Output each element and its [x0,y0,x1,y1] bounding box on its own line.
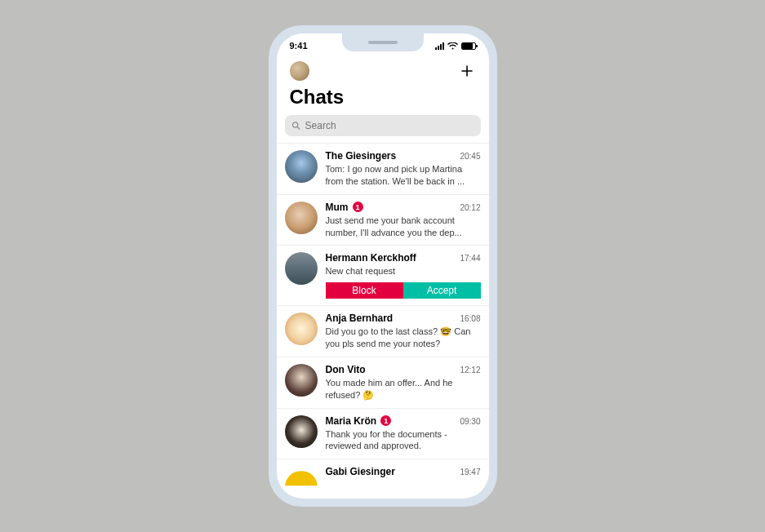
screen: 9:41 Chats The Giesingers20:45Tom: I go … [277,33,489,499]
signal-icon [435,42,444,50]
chat-body: Maria Krön109:30Thank you for the docume… [326,415,481,453]
chat-time: 09:30 [460,417,480,426]
new-chat-button[interactable] [458,62,476,80]
chat-header: Don Vito12:12 [326,364,481,375]
chat-time: 20:12 [460,203,480,212]
chat-avatar[interactable] [285,471,318,499]
chat-time: 17:44 [460,254,480,263]
chat-name: Anja Bernhard [326,313,394,324]
chat-list[interactable]: The Giesingers20:45Tom: I go now and pic… [277,143,489,499]
chat-name-text: Anja Bernhard [326,313,394,324]
chat-avatar[interactable] [285,313,318,345]
chat-header: The Giesingers20:45 [326,150,481,162]
chat-preview: Tom: I go now and pick up Martina from t… [326,163,481,188]
chat-name-text: Mum [326,202,349,213]
chat-preview: Thank you for the documents - reviewed a… [326,428,481,453]
chat-item[interactable]: Gabi Giesinger19:47 [277,459,489,499]
chat-name: Hermann Kerckhoff [326,252,416,264]
chat-item[interactable]: Anja Bernhard16:08Did you go to the last… [277,305,489,357]
status-time: 9:41 [290,41,308,51]
chat-body: Anja Bernhard16:08Did you go to the last… [326,313,481,350]
chat-name-text: Hermann Kerckhoff [326,252,416,264]
profile-avatar[interactable] [290,61,309,81]
chat-avatar[interactable] [285,202,318,234]
chat-body: Gabi Giesinger19:47 [326,466,481,499]
chat-preview: New chat request [326,265,481,277]
plus-icon [460,64,474,78]
chat-time: 19:47 [460,468,480,477]
chat-name-text: The Giesingers [326,150,397,162]
chat-preview: Just send me your bank account number, I… [326,215,481,239]
chat-name-text: Don Vito [326,364,366,375]
search-input[interactable] [305,120,474,131]
search-icon [291,121,300,131]
chat-body: Mum120:12Just send me your bank account … [326,202,481,239]
chat-preview: You made him an offer... And he refused?… [326,377,481,401]
chat-item[interactable]: The Giesingers20:45Tom: I go now and pic… [277,143,489,194]
chat-body: Don Vito12:12You made him an offer... An… [326,364,481,401]
unread-badge: 1 [353,202,363,212]
battery-icon [461,42,476,50]
chat-avatar[interactable] [285,415,318,448]
header-bar [277,58,489,82]
block-button[interactable]: Block [326,282,403,299]
unread-badge: 1 [380,415,391,426]
chat-time: 12:12 [460,366,480,375]
wifi-icon [447,42,458,50]
chat-item[interactable]: Mum120:12Just send me your bank account … [277,194,489,246]
chat-header: Mum120:12 [326,202,481,213]
chat-name: Maria Krön1 [326,415,392,427]
accept-button[interactable]: Accept [403,282,481,299]
chat-avatar[interactable] [285,150,318,183]
chat-item[interactable]: Hermann Kerckhoff17:44New chat requestBl… [277,245,489,305]
chat-header: Hermann Kerckhoff17:44 [326,252,481,264]
chat-name-text: Gabi Giesinger [326,466,395,477]
search-field[interactable] [285,115,481,136]
chat-body: The Giesingers20:45Tom: I go now and pic… [326,150,481,188]
chat-name: Gabi Giesinger [326,466,395,477]
svg-line-1 [297,126,300,129]
chat-time: 16:08 [460,314,480,323]
chat-name: The Giesingers [326,150,397,162]
page-title: Chats [277,82,489,115]
chat-request-actions: BlockAccept [326,282,481,299]
chat-name-text: Maria Krön [326,415,377,427]
chat-body: Hermann Kerckhoff17:44New chat requestBl… [326,252,481,299]
phone-notch [342,33,424,51]
chat-header: Gabi Giesinger19:47 [326,466,481,477]
chat-name: Don Vito [326,364,366,375]
status-indicators [435,42,476,50]
chat-header: Anja Bernhard16:08 [326,313,481,324]
chat-time: 20:45 [460,152,480,161]
chat-name: Mum1 [326,202,363,213]
chat-preview: Did you go to the last class? 🤓 Can you … [326,326,481,350]
chat-avatar[interactable] [285,252,318,285]
phone-frame: 9:41 Chats The Giesingers20:45Tom: I go … [269,25,497,507]
chat-item[interactable]: Maria Krön109:30Thank you for the docume… [277,408,489,459]
chat-item[interactable]: Don Vito12:12You made him an offer... An… [277,357,489,408]
search-container [277,115,489,143]
chat-header: Maria Krön109:30 [326,415,481,427]
chat-avatar[interactable] [285,364,318,397]
